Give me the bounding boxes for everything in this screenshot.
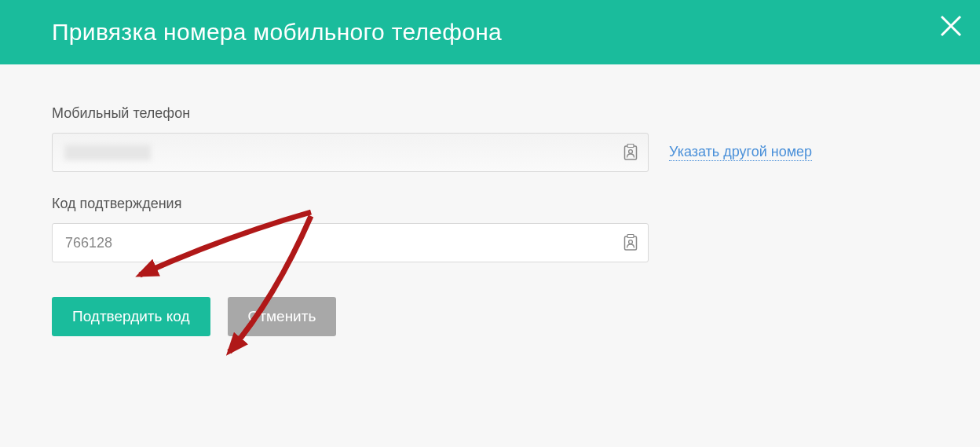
confirm-button[interactable]: Подтвердить код	[52, 297, 210, 336]
close-icon[interactable]	[936, 11, 966, 41]
code-input-wrap	[52, 223, 649, 262]
button-row: Подтвердить код Отменить	[52, 297, 928, 336]
phone-row: Указать другой номер	[52, 133, 928, 172]
modal-title: Привязка номера мобильного телефона	[52, 19, 502, 46]
modal-content: Мобильный телефон Указать другой номер К…	[0, 64, 980, 336]
phone-label: Мобильный телефон	[52, 105, 928, 122]
code-input[interactable]	[52, 223, 649, 262]
cancel-button[interactable]: Отменить	[228, 297, 337, 336]
modal-header: Привязка номера мобильного телефона	[0, 0, 980, 64]
code-label: Код подтверждения	[52, 196, 928, 212]
change-number-link[interactable]: Указать другой номер	[669, 144, 812, 161]
phone-field-group: Мобильный телефон Указать другой номер	[52, 105, 928, 172]
phone-input-wrap	[52, 133, 649, 172]
code-field-group: Код подтверждения	[52, 196, 928, 262]
phone-value-blurred	[64, 145, 151, 160]
